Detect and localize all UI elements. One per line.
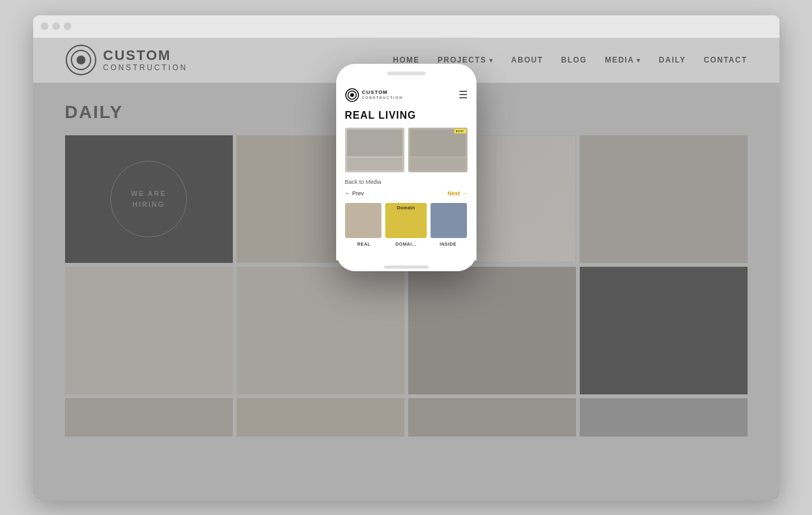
phone-thumb-domain[interactable]: Domain xyxy=(385,203,427,238)
phone-thumb-real[interactable] xyxy=(345,203,381,238)
phone-thumbnails: Domain xyxy=(345,203,468,238)
website: CUSTOM CONSTRUCTION HOME PROJECTS ABOUT … xyxy=(33,38,779,500)
browser-dot-close[interactable] xyxy=(41,22,48,30)
phone-nav-links: ← Prev Next → xyxy=(345,190,468,197)
phone-back-link[interactable]: Back to Media xyxy=(345,179,468,185)
phone-next-button[interactable]: Next → xyxy=(447,190,467,197)
phone-home-bar xyxy=(384,265,429,269)
phone-thumb-labels: REAL DOMAI... INSIDE xyxy=(345,242,468,246)
phone-img-left xyxy=(345,128,404,172)
svg-point-5 xyxy=(350,93,354,97)
hamburger-icon[interactable]: ☰ xyxy=(459,89,468,101)
browser-dot-minimize[interactable] xyxy=(52,22,60,30)
phone-prev-button[interactable]: ← Prev xyxy=(345,190,364,197)
browser-dots xyxy=(41,22,71,30)
phone-logo-icon xyxy=(345,88,359,102)
browser-dot-maximize[interactable] xyxy=(64,22,71,30)
browser-window: CUSTOM CONSTRUCTION HOME PROJECTS ABOUT … xyxy=(33,15,779,500)
phone-section-title: REAL LIVING xyxy=(345,110,468,121)
phone-header: CUSTOM CONSTRUCTION ☰ xyxy=(345,88,468,102)
phone-mockup: CUSTOM CONSTRUCTION ☰ REAL LIVING xyxy=(336,64,476,271)
phone-thumb-label-domain: DOMAI... xyxy=(387,242,425,246)
phone-thumb-inside[interactable] xyxy=(431,203,467,238)
phone-logo-text: CUSTOM CONSTRUCTION xyxy=(362,90,403,100)
browser-titlebar xyxy=(33,15,779,38)
browser-content: CUSTOM CONSTRUCTION HOME PROJECTS ABOUT … xyxy=(33,38,779,500)
phone-main-images: BEST xyxy=(345,128,468,172)
phone-notch xyxy=(387,71,425,75)
phone-screen: CUSTOM CONSTRUCTION ☰ REAL LIVING xyxy=(336,80,476,260)
phone-img-right: BEST xyxy=(408,128,468,172)
phone-thumb-label-inside: INSIDE xyxy=(429,242,468,246)
phone-logo: CUSTOM CONSTRUCTION xyxy=(345,88,403,102)
phone-thumb-label-real: REAL xyxy=(345,242,383,246)
